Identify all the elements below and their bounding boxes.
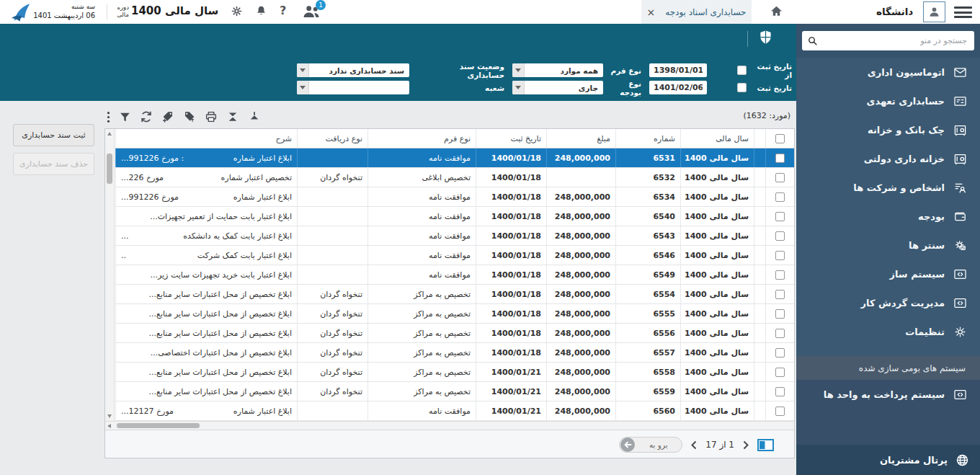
row-checkbox[interactable] [775, 212, 785, 221]
sidebar-item[interactable]: اتوماسیون اداری [796, 58, 980, 86]
expand-rows-icon[interactable] [248, 110, 261, 123]
sidebar-item-payment-system[interactable]: سیستم پرداخت به واحد ها [796, 380, 980, 409]
close-icon[interactable]: × [646, 6, 655, 18]
row-checkbox[interactable] [775, 348, 785, 358]
row-checkbox[interactable] [775, 251, 785, 260]
sidebar-item[interactable]: اشخاص و شرکت ها [796, 173, 980, 202]
sidebar-item[interactable]: سنتر ها [796, 231, 980, 259]
chevron-left-icon[interactable] [691, 440, 697, 450]
sidebar-item[interactable]: بودجه [796, 202, 980, 231]
refresh-icon[interactable] [140, 110, 153, 123]
row-checkbox[interactable] [775, 407, 785, 416]
date-from-checkbox[interactable] [737, 66, 747, 75]
sidebar-item[interactable]: سیستم ساز [796, 259, 980, 288]
table-row[interactable]: سال مالی 14006557248,000,0001400/01/18تخ… [115, 343, 794, 363]
vertical-scrollbar[interactable] [105, 129, 115, 421]
more-menu-icon[interactable] [107, 111, 110, 123]
cell-receipt-type: تنخواه گردان [297, 285, 368, 303]
page-layout-icon[interactable] [757, 439, 774, 451]
tag-add-icon[interactable] [161, 110, 174, 123]
tag-filter-icon[interactable] [183, 110, 196, 123]
budget-type-select[interactable]: جاری [512, 81, 603, 94]
row-checkbox-cell [765, 363, 794, 381]
row-checkbox[interactable] [775, 329, 785, 338]
cell-number: 6540 [615, 207, 680, 226]
row-checkbox[interactable] [775, 309, 785, 319]
print-icon[interactable] [205, 110, 218, 123]
scroll-up-icon[interactable] [107, 132, 112, 136]
row-checkbox[interactable] [775, 154, 785, 163]
collapse-rows-icon[interactable] [226, 110, 239, 123]
notifications-bell-icon[interactable] [255, 5, 267, 20]
search-input[interactable] [802, 31, 974, 50]
filter-icon[interactable] [119, 111, 131, 123]
sidebar-item-label: بودجه [918, 211, 945, 222]
sidebar-section-localized-systems[interactable]: سیستم های بومی سازی شده [796, 356, 980, 380]
table-row[interactable]: سال مالی 14006546248,000,0001400/01/18مو… [115, 246, 794, 265]
date-to-checkbox[interactable] [737, 83, 747, 92]
table-row[interactable]: سال مالی 14006560248,000,0001400/01/21مو… [115, 401, 794, 421]
table-row[interactable]: سال مالی 14006531248,000,0001400/01/18مو… [115, 148, 794, 168]
header-checkbox-cell [765, 129, 794, 148]
header-form-type: نوع فرم [368, 129, 476, 148]
horizontal-scrollbar[interactable] [105, 421, 794, 430]
gear-icon [953, 325, 967, 339]
scroll-left-icon[interactable] [107, 424, 111, 428]
cell-description: ابلاغ تخصیص از محل اعتبارات سایر منابع..… [115, 363, 297, 381]
row-checkbox[interactable] [775, 368, 785, 377]
table-row[interactable]: سال مالی 14006559248,000,0001400/01/21تخ… [115, 382, 794, 401]
date-to-input[interactable] [649, 81, 707, 94]
help-icon[interactable]: ? [280, 4, 286, 17]
tab-budget-documents-accounting[interactable]: حسابداری اسناد بودجه × [641, 0, 752, 24]
cell-amount: 248,000,000 [546, 304, 615, 323]
user-avatar[interactable] [923, 1, 945, 22]
table-row[interactable]: سال مالی 140065321400/01/18تخصیص ابلاغیت… [115, 168, 794, 187]
row-checkbox[interactable] [775, 231, 785, 241]
table-row[interactable]: سال مالی 14006554248,000,0001400/01/18تخ… [115, 285, 794, 304]
row-checkbox[interactable] [775, 387, 785, 396]
row-checkbox-cell [765, 382, 794, 401]
sidebar-item-customer-portal[interactable]: پرتال مشتریان [796, 445, 980, 475]
section-label: سیستم های بومی سازی شده [859, 363, 966, 373]
chevron-right-icon[interactable] [743, 440, 749, 450]
sidebar-item[interactable]: تنظیمات [796, 317, 980, 346]
cell-description: ابلاغ اعتبار شمارهمورخ 991226... [115, 187, 297, 206]
settings-gear-icon[interactable] [231, 5, 243, 20]
cell-description: ابلاغ تخصیص از محل اعتبارات سایر منابع..… [115, 285, 297, 303]
sidebar-item[interactable]: مدیریت گردش کار [796, 288, 980, 317]
row-checkbox[interactable] [775, 270, 785, 280]
home-icon[interactable] [770, 4, 783, 21]
shield-icon[interactable] [759, 30, 772, 48]
select-all-checkbox[interactable] [775, 134, 785, 143]
table-row[interactable]: سال مالی 14006534248,000,0001400/01/18مو… [115, 187, 794, 207]
table-row[interactable]: سال مالی 14006555248,000,0001400/01/18تخ… [115, 304, 794, 324]
cell-number: 6531 [615, 148, 680, 167]
vertical-scroll-thumb[interactable] [107, 154, 112, 184]
goto-page-control[interactable]: برو به [619, 437, 682, 453]
sidebar-item[interactable]: چک بانک و خزانه [796, 115, 980, 144]
table-row[interactable]: سال مالی 14006543248,000,0001400/01/18مو… [115, 226, 794, 246]
date-from-input[interactable] [649, 63, 707, 77]
register-accounting-doc-button[interactable]: ثبت سند حسابداری [13, 124, 94, 146]
sidebar-item[interactable]: حسابداری تعهدی [796, 86, 980, 115]
delete-accounting-doc-button[interactable]: حذف سند حسابداری [13, 153, 94, 175]
fiscal-year-selector[interactable]: سال مالی 1400 [131, 4, 218, 17]
row-checkbox[interactable] [775, 192, 785, 202]
row-spacer-cell [754, 168, 765, 187]
sidebar-item[interactable]: خزانه داری دولتی [796, 144, 980, 173]
cell-form-type: موافقت نامه [368, 401, 476, 420]
form-type-select[interactable]: همه موارد [512, 63, 603, 77]
sidebar-item-label: چک بانک و خزانه [868, 125, 945, 136]
row-checkbox[interactable] [775, 290, 785, 299]
scroll-down-icon[interactable] [107, 414, 112, 418]
horizontal-scroll-thumb[interactable] [117, 423, 200, 428]
hamburger-menu-icon[interactable] [954, 6, 972, 18]
table-row[interactable]: سال مالی 14006558248,000,0001400/01/21تخ… [115, 363, 794, 382]
table-row[interactable]: سال مالی 14006556248,000,0001400/01/18تخ… [115, 324, 794, 343]
table-row[interactable]: سال مالی 14006549248,000,0001400/01/18مو… [115, 265, 794, 285]
go-arrow-icon[interactable] [620, 438, 635, 452]
row-checkbox[interactable] [775, 173, 785, 182]
doc-status-select[interactable]: سند حسابداری ندارد [297, 63, 409, 77]
table-row[interactable]: سال مالی 14006540248,000,0001400/01/18مو… [115, 207, 794, 226]
branch-select[interactable] [297, 81, 409, 94]
